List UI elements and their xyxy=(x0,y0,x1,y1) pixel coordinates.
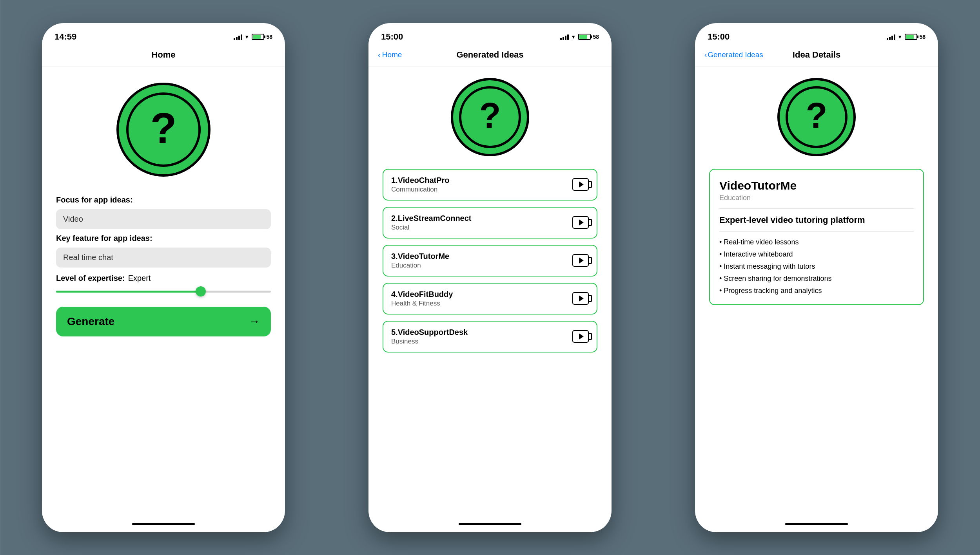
slider-thumb[interactable] xyxy=(196,286,206,296)
cam-notch-4 xyxy=(588,295,592,302)
logo-outer-circle-3: ? xyxy=(777,78,856,156)
video-camera-icon-2 xyxy=(572,216,589,229)
cam-notch-2 xyxy=(588,219,592,226)
screens-container: 14:59 ▾ 58 Home xyxy=(0,0,980,555)
nav-back-3[interactable]: ‹ Generated Ideas xyxy=(704,51,763,59)
play-triangle-1 xyxy=(579,181,584,188)
home-bar-3 xyxy=(785,523,848,525)
idea-item-3[interactable]: 3.VideoTutorMe Education xyxy=(383,245,597,277)
logo-outer-circle-1: ? xyxy=(116,83,211,177)
battery-text-2: 58 xyxy=(593,34,599,40)
nav-bar-3: ‹ Generated Ideas Idea Details xyxy=(695,47,938,67)
battery-icon-2 xyxy=(578,34,591,40)
play-triangle-2 xyxy=(579,219,584,226)
generate-button[interactable]: Generate → xyxy=(56,307,271,336)
battery-icon-3 xyxy=(905,34,917,40)
detail-card: VideoTutorMe Education Expert-level vide… xyxy=(709,169,924,305)
screen1-wrapper: 14:59 ▾ 58 Home xyxy=(0,0,327,555)
generate-label: Generate xyxy=(67,315,114,328)
logo-1: ? xyxy=(116,83,211,177)
breadcrumb-back-label-3: Generated Ideas xyxy=(708,51,763,59)
video-camera-icon-1 xyxy=(572,178,589,191)
nav-breadcrumb-3: ‹ Generated Ideas xyxy=(704,51,763,59)
nav-bar-2: ‹ Home Generated Ideas xyxy=(368,47,612,67)
feature-label: Key feature for app ideas: xyxy=(56,234,271,243)
focus-label: Focus for app ideas: xyxy=(56,195,271,204)
play-triangle-4 xyxy=(579,295,584,302)
logo-outer-circle-2: ? xyxy=(451,78,529,156)
nav-title-1: Home xyxy=(151,50,175,60)
question-mark-icon-2: ? xyxy=(479,98,501,133)
screen3-body: 15:00 ▾ 58 xyxy=(695,23,938,532)
screen2-wrapper: 15:00 ▾ 58 ‹ xyxy=(327,0,653,555)
idea-text-2: 2.LiveStreamConnect Social xyxy=(391,214,472,231)
status-bar-3: 15:00 ▾ 58 xyxy=(695,23,938,47)
nav-title-2: Generated Ideas xyxy=(456,50,523,60)
home-indicator-1 xyxy=(42,519,285,532)
idea-item-4[interactable]: 4.VideoFitBuddy Health & Fitness xyxy=(383,283,597,315)
detail-features-list: • Real-time video lessons • Interactive … xyxy=(719,238,914,295)
detail-feature-2: • Interactive whiteboard xyxy=(719,250,914,259)
idea-category-2: Social xyxy=(391,224,472,231)
cam-notch-1 xyxy=(588,181,592,188)
nav-bar-1: Home xyxy=(42,47,285,67)
home-indicator-3 xyxy=(695,519,938,532)
detail-feature-4: • Screen sharing for demonstrations xyxy=(719,275,914,283)
idea-item-2[interactable]: 2.LiveStreamConnect Social xyxy=(383,207,597,239)
idea-category-5: Business xyxy=(391,338,468,345)
form-section-1: Focus for app ideas: Key feature for app… xyxy=(56,195,271,336)
logo-3: ? xyxy=(777,78,856,156)
screen3-wrapper: 15:00 ▾ 58 xyxy=(653,0,980,555)
detail-category: Education xyxy=(719,194,914,209)
question-mark-icon-1: ? xyxy=(150,107,176,150)
idea-category-1: Communication xyxy=(391,186,450,193)
wifi-icon-2: ▾ xyxy=(572,33,575,40)
video-camera-icon-3 xyxy=(572,254,589,267)
idea-item-1[interactable]: 1.VideoChatPro Communication xyxy=(383,169,597,201)
generate-arrow-icon: → xyxy=(249,315,260,328)
detail-feature-3: • Instant messaging with tutors xyxy=(719,262,914,271)
battery-text-3: 58 xyxy=(919,34,926,40)
logo-2: ? xyxy=(451,78,529,156)
detail-app-name: VideoTutorMe xyxy=(719,179,914,192)
status-bar-2: 15:00 ▾ 58 xyxy=(368,23,612,47)
detail-feature-5: • Progress tracking and analytics xyxy=(719,287,914,295)
video-camera-icon-4 xyxy=(572,292,589,305)
slider-fill xyxy=(56,291,202,293)
detail-feature-1: • Real-time video lessons xyxy=(719,238,914,246)
back-chevron-icon-2: ‹ xyxy=(378,51,381,60)
cam-notch-3 xyxy=(588,257,592,264)
focus-input[interactable] xyxy=(56,209,271,229)
idea-item-5[interactable]: 5.VideoSupportDesk Business xyxy=(383,321,597,353)
screen2-body: 15:00 ▾ 58 ‹ xyxy=(368,23,612,532)
idea-title-4: 4.VideoFitBuddy xyxy=(391,290,453,299)
nav-back-2[interactable]: ‹ Home xyxy=(378,51,402,60)
logo-inner-circle-3: ? xyxy=(786,86,848,148)
screen1-content: ? Focus for app ideas: Key feature for a… xyxy=(42,67,285,519)
screen1-body: 14:59 ▾ 58 Home xyxy=(42,23,285,532)
ideas-list: 1.VideoChatPro Communication 2.LiveStrea… xyxy=(383,169,597,353)
back-chevron-icon-3: ‹ xyxy=(704,51,707,59)
battery-text-1: 58 xyxy=(266,34,272,40)
home-indicator-2 xyxy=(368,519,612,532)
wifi-icon-1: ▾ xyxy=(245,33,249,40)
nav-back-label-2: Home xyxy=(382,51,402,59)
status-bar-1: 14:59 ▾ 58 xyxy=(42,23,285,47)
screen3-content: ? VideoTutorMe Education Expert-level vi… xyxy=(695,67,938,519)
video-camera-icon-5 xyxy=(572,330,589,343)
detail-description: Expert-level video tutoring platform xyxy=(719,215,914,232)
status-icons-3: ▾ 58 xyxy=(887,33,926,40)
expertise-value: Expert xyxy=(128,274,151,283)
expertise-label: Level of expertise: xyxy=(56,274,125,283)
idea-title-2: 2.LiveStreamConnect xyxy=(391,214,472,223)
logo-inner-circle-1: ? xyxy=(126,92,201,167)
idea-title-3: 3.VideoTutorMe xyxy=(391,252,449,261)
expertise-slider-container xyxy=(56,291,271,293)
idea-category-4: Health & Fitness xyxy=(391,300,453,307)
wifi-icon-3: ▾ xyxy=(898,33,902,40)
expertise-row: Level of expertise: Expert xyxy=(56,274,271,283)
idea-title-5: 5.VideoSupportDesk xyxy=(391,328,468,337)
feature-input[interactable] xyxy=(56,248,271,268)
play-triangle-3 xyxy=(579,257,584,264)
idea-category-3: Education xyxy=(391,262,449,269)
